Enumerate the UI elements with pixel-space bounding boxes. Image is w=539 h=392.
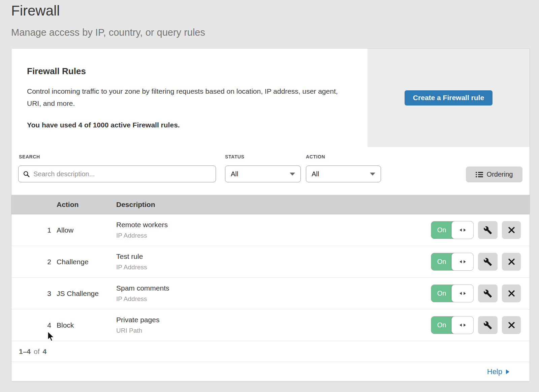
card-footer: Help xyxy=(11,362,530,381)
action-select[interactable]: All xyxy=(306,165,381,182)
caret-down-icon xyxy=(290,173,295,176)
rule-description-cell: Test rule IP Address xyxy=(116,252,431,271)
caret-down-icon xyxy=(370,173,375,176)
edit-rule-button[interactable] xyxy=(478,284,498,302)
firewall-rules-card: Firewall Rules Control incoming traffic … xyxy=(11,48,530,382)
delete-rule-button[interactable] xyxy=(502,253,521,271)
rules-description: Control incoming traffic to your zone by… xyxy=(27,85,347,110)
x-icon xyxy=(508,258,515,265)
toggle-state-label: On xyxy=(431,316,452,334)
rule-description: Private pages xyxy=(116,316,431,324)
table-row: 3 JS Challenge Spam comments IP Address … xyxy=(11,278,530,309)
rule-enabled-toggle[interactable]: On xyxy=(431,253,474,271)
x-icon xyxy=(508,227,515,234)
rule-enabled-toggle[interactable]: On xyxy=(431,316,474,334)
rules-intro-section: Firewall Rules Control incoming traffic … xyxy=(11,49,530,147)
wrench-icon xyxy=(483,289,492,298)
filter-bar: SEARCH STATUS All ACTION All xyxy=(11,147,530,195)
pagination: 1–4 of 4 xyxy=(11,341,530,362)
ordering-button[interactable]: Ordering xyxy=(466,167,522,182)
status-label: STATUS xyxy=(225,154,245,159)
help-link-label: Help xyxy=(487,367,502,376)
rules-usage-note: You have used 4 of 1000 active Firewall … xyxy=(27,121,347,129)
rule-action: Challenge xyxy=(57,258,116,266)
action-label: ACTION xyxy=(306,154,325,159)
wrench-icon xyxy=(483,226,492,235)
rule-description: Spam comments xyxy=(116,284,431,292)
rule-description: Test rule xyxy=(116,252,431,261)
table-row: 2 Challenge Test rule IP Address On xyxy=(11,246,530,278)
toggle-drag-handle[interactable] xyxy=(451,316,474,334)
rules-intro-text: Firewall Rules Control incoming traffic … xyxy=(11,49,368,147)
table-row: 1 Allow Remote workers IP Address On xyxy=(11,214,530,246)
arrows-horizontal-icon xyxy=(459,323,466,327)
status-select-value: All xyxy=(231,170,238,178)
toggle-state-label: On xyxy=(431,221,452,239)
delete-rule-button[interactable] xyxy=(502,316,521,334)
edit-rule-button[interactable] xyxy=(478,253,498,271)
rule-enabled-toggle[interactable]: On xyxy=(431,284,474,302)
rule-priority: 1 xyxy=(11,226,57,234)
table-header: Action Description xyxy=(11,195,530,214)
rule-match-type: IP Address xyxy=(116,264,431,271)
create-firewall-rule-button[interactable]: Create a Firewall rule xyxy=(405,90,493,105)
table-row: 4 Block Private pages URI Path On xyxy=(11,309,530,341)
arrows-horizontal-icon xyxy=(459,228,466,232)
search-icon xyxy=(23,171,30,177)
pagination-total: 4 xyxy=(43,348,47,356)
rule-match-type: IP Address xyxy=(116,295,431,303)
rule-controls: On xyxy=(431,284,521,302)
rule-controls: On xyxy=(431,253,521,271)
toggle-drag-handle[interactable] xyxy=(451,284,474,302)
create-rule-panel: Create a Firewall rule xyxy=(368,49,530,147)
toggle-drag-handle[interactable] xyxy=(451,253,474,271)
arrows-horizontal-icon xyxy=(459,292,466,295)
wrench-icon xyxy=(483,258,492,266)
rule-description-cell: Remote workers IP Address xyxy=(116,221,431,239)
list-icon xyxy=(476,172,483,178)
rule-match-type: IP Address xyxy=(116,232,431,239)
x-icon xyxy=(508,322,515,329)
page-subtitle: Manage access by IP, country, or query r… xyxy=(11,27,205,38)
search-input[interactable] xyxy=(33,170,211,178)
rule-priority: 4 xyxy=(11,321,57,329)
description-column-header: Description xyxy=(116,201,530,209)
rule-action: Block xyxy=(57,321,116,329)
arrow-right-icon xyxy=(506,369,509,374)
rule-action: JS Challenge xyxy=(57,290,116,298)
toggle-drag-handle[interactable] xyxy=(451,221,474,239)
rule-controls: On xyxy=(431,221,521,239)
wrench-icon xyxy=(483,321,492,330)
search-label: SEARCH xyxy=(19,154,40,159)
rule-description: Remote workers xyxy=(116,221,431,229)
delete-rule-button[interactable] xyxy=(502,284,521,302)
rule-priority: 3 xyxy=(11,290,57,298)
rule-description-cell: Spam comments IP Address xyxy=(116,284,431,303)
delete-rule-button[interactable] xyxy=(502,221,521,239)
ordering-button-label: Ordering xyxy=(487,171,513,178)
rule-description-cell: Private pages URI Path xyxy=(116,316,431,334)
action-column-header: Action xyxy=(57,201,116,209)
edit-rule-button[interactable] xyxy=(478,316,498,334)
rule-enabled-toggle[interactable]: On xyxy=(431,221,474,239)
rule-match-type: URI Path xyxy=(116,327,431,334)
status-select[interactable]: All xyxy=(225,165,301,182)
arrows-horizontal-icon xyxy=(459,260,466,264)
pagination-range: 1–4 xyxy=(19,348,31,356)
action-select-value: All xyxy=(312,170,319,178)
page-title: Firewall xyxy=(11,3,60,19)
help-link[interactable]: Help xyxy=(487,367,509,376)
edit-rule-button[interactable] xyxy=(478,221,498,239)
rule-priority: 2 xyxy=(11,258,57,266)
search-field[interactable] xyxy=(18,165,216,182)
toggle-state-label: On xyxy=(431,285,452,302)
rule-action: Allow xyxy=(57,226,116,234)
rules-heading: Firewall Rules xyxy=(27,66,347,77)
x-icon xyxy=(508,290,515,297)
rule-controls: On xyxy=(431,316,521,334)
toggle-state-label: On xyxy=(431,253,452,270)
pagination-of-label: of xyxy=(34,348,40,356)
